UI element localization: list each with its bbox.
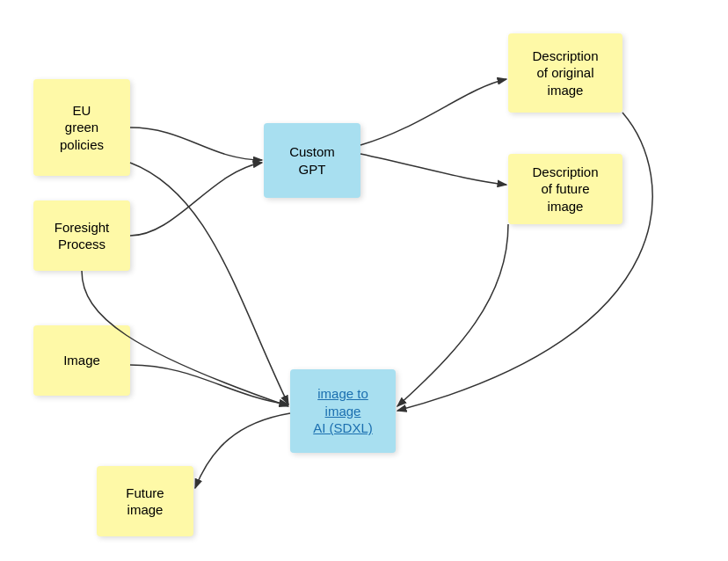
desc-original-node: Descriptionof originalimage [508, 33, 622, 113]
desc-original-label: Descriptionof originalimage [532, 47, 598, 99]
image-input-label: Image [63, 352, 100, 369]
img2img-label: image toimageAI (SDXL) [313, 385, 373, 437]
foresight-label: ForesightProcess [55, 219, 110, 253]
custom-gpt-node: CustomGPT [264, 123, 360, 198]
arrow-img2img-to-future [195, 413, 290, 488]
arrow-image-to-img2img [130, 365, 288, 404]
arrow-eu-to-img2img [130, 163, 288, 404]
future-image-node: Futureimage [97, 466, 193, 536]
eu-policies-label: EU green policies [60, 102, 104, 154]
arrow-gpt-to-desc-orig [360, 79, 506, 145]
foresight-node: ForesightProcess [33, 200, 130, 271]
arrow-eu-to-gpt [130, 128, 262, 160]
img2img-node[interactable]: image toimageAI (SDXL) [290, 369, 396, 453]
arrow-gpt-to-desc-future [360, 154, 506, 185]
desc-future-label: Descriptionof futureimage [532, 164, 598, 215]
desc-future-node: Descriptionof futureimage [508, 154, 622, 224]
image-input-node: Image [33, 325, 130, 396]
future-image-label: Futureimage [126, 484, 164, 519]
custom-gpt-label: CustomGPT [289, 143, 335, 178]
arrow-desc-future-to-img2img [397, 224, 508, 406]
arrow-foresight-to-gpt [130, 163, 262, 236]
eu-policies-node: EU green policies [33, 79, 130, 176]
